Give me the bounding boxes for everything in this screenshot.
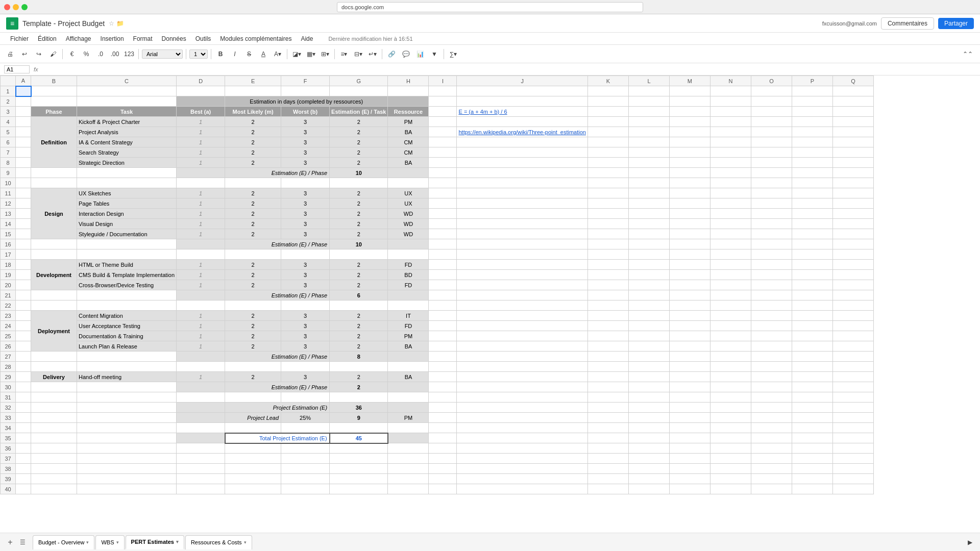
cell-k6[interactable] [587, 137, 628, 147]
cell-l5[interactable] [628, 127, 669, 137]
cell-h13[interactable]: WD [388, 209, 429, 219]
cell-d9[interactable] [177, 168, 225, 178]
cell-c30[interactable] [77, 382, 177, 392]
cell-c1[interactable] [77, 86, 177, 96]
tab-wbs[interactable]: WBS ▾ [95, 535, 124, 549]
cell-j35[interactable] [457, 433, 587, 443]
tab-resources-costs[interactable]: Ressources & Costs ▾ [185, 535, 252, 549]
cell-p1[interactable] [792, 86, 832, 96]
menu-insertion[interactable]: Insertion [96, 34, 128, 43]
wrap-btn[interactable]: ↵▾ [366, 48, 379, 60]
col-h-header[interactable]: H [388, 76, 429, 86]
cell-d27[interactable] [177, 352, 225, 362]
cell-l11[interactable] [628, 188, 669, 198]
paint-format-btn[interactable]: 🖌 [47, 48, 59, 60]
cell-o2[interactable] [751, 96, 792, 107]
cell-a39[interactable] [16, 474, 31, 484]
cell-q34[interactable] [832, 423, 873, 433]
cell-e5[interactable]: 2 [225, 127, 281, 137]
col-g-header[interactable]: G [330, 76, 388, 86]
cell-a15[interactable] [16, 229, 31, 239]
cell-c32[interactable] [77, 403, 177, 413]
cell-o1[interactable] [751, 86, 792, 96]
cell-h4[interactable]: PM [388, 117, 429, 127]
cell-m26[interactable] [669, 341, 710, 352]
cell-c37[interactable] [77, 454, 177, 464]
cell-d23[interactable]: 1 [177, 311, 225, 321]
cell-c12[interactable]: Page Tables [77, 198, 177, 209]
cell-l18[interactable] [628, 260, 669, 270]
cell-p15[interactable] [792, 229, 832, 239]
cell-e3-mostlikely[interactable]: Most Likely (m) [225, 107, 281, 117]
cell-f23[interactable]: 3 [281, 311, 330, 321]
cell-b17[interactable] [31, 249, 77, 260]
cell-e13[interactable]: 2 [225, 209, 281, 219]
cell-d37[interactable] [177, 454, 225, 464]
cell-f40[interactable] [281, 484, 330, 494]
cell-j39[interactable] [457, 474, 587, 484]
cell-h11[interactable]: UX [388, 188, 429, 198]
cell-e28[interactable] [225, 362, 281, 372]
cell-q14[interactable] [832, 219, 873, 229]
cell-o10[interactable] [751, 178, 792, 188]
cell-g15[interactable]: 2 [330, 229, 388, 239]
cell-g40[interactable] [330, 484, 388, 494]
cell-q29[interactable] [832, 372, 873, 382]
cell-o27[interactable] [751, 352, 792, 362]
cell-d18[interactable]: 1 [177, 260, 225, 270]
cell-l23[interactable] [628, 311, 669, 321]
cell-d31[interactable] [177, 392, 225, 403]
cell-e37[interactable] [225, 454, 281, 464]
cell-d11[interactable]: 1 [177, 188, 225, 198]
cell-g25[interactable]: 2 [330, 331, 388, 341]
col-l-header[interactable]: L [628, 76, 669, 86]
cell-p5[interactable] [792, 127, 832, 137]
cell-p23[interactable] [792, 311, 832, 321]
cell-k8[interactable] [587, 158, 628, 168]
cell-m24[interactable] [669, 321, 710, 331]
cell-o9[interactable] [751, 168, 792, 178]
cell-b29-delivery[interactable]: Delivery [31, 372, 77, 382]
cell-q1[interactable] [832, 86, 873, 96]
cell-e12[interactable]: 2 [225, 198, 281, 209]
cell-g38[interactable] [330, 464, 388, 474]
cell-o20[interactable] [751, 280, 792, 290]
cell-d5[interactable]: 1 [177, 127, 225, 137]
cell-n27[interactable] [710, 352, 751, 362]
cell-e21-label[interactable]: Estimation (E) / Phase [225, 290, 330, 300]
cell-b33[interactable] [31, 413, 77, 423]
cell-f18[interactable]: 3 [281, 260, 330, 270]
cell-b3-phase[interactable]: Phase [31, 107, 77, 117]
cell-h7[interactable]: CM [388, 147, 429, 158]
cell-k13[interactable] [587, 209, 628, 219]
cell-c23[interactable]: Content Migration [77, 311, 177, 321]
cell-g16-total[interactable]: 10 [330, 239, 388, 249]
cell-h5[interactable]: BA [388, 127, 429, 137]
cell-a14[interactable] [16, 219, 31, 229]
cell-k2[interactable] [587, 96, 628, 107]
cell-h37[interactable] [388, 454, 429, 464]
cell-a23[interactable] [16, 311, 31, 321]
cell-q17[interactable] [832, 249, 873, 260]
cell-h40[interactable] [388, 484, 429, 494]
menu-affichage[interactable]: Affichage [62, 34, 95, 43]
cell-e29[interactable]: 2 [225, 372, 281, 382]
cell-a24[interactable] [16, 321, 31, 331]
cell-k1[interactable] [587, 86, 628, 96]
cell-h17[interactable] [388, 249, 429, 260]
cell-o30[interactable] [751, 382, 792, 392]
col-j-header[interactable]: J [457, 76, 587, 86]
cell-b35[interactable] [31, 433, 77, 443]
cell-c33[interactable] [77, 413, 177, 423]
cell-q9[interactable] [832, 168, 873, 178]
cell-h24[interactable]: FD [388, 321, 429, 331]
cell-q38[interactable] [832, 464, 873, 474]
cell-o21[interactable] [751, 290, 792, 300]
cell-q12[interactable] [832, 198, 873, 209]
cell-k3[interactable] [587, 107, 628, 117]
cell-g27-total[interactable]: 8 [330, 352, 388, 362]
cell-l27[interactable] [628, 352, 669, 362]
cell-e39[interactable] [225, 474, 281, 484]
cell-o18[interactable] [751, 260, 792, 270]
cell-q4[interactable] [832, 117, 873, 127]
